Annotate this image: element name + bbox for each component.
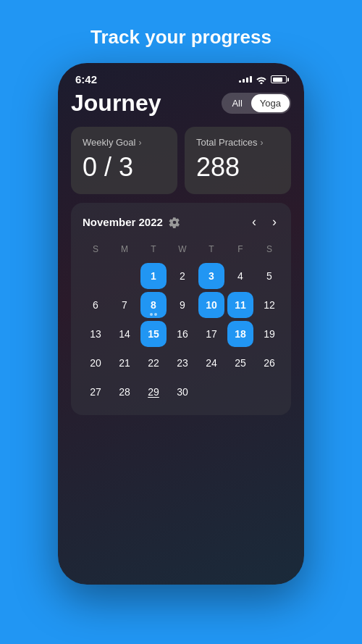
calendar-nav: ‹ › <box>249 213 279 231</box>
day-12[interactable]: 12 <box>256 292 282 318</box>
weekly-goal-label: Weekly Goal › <box>83 137 166 148</box>
weekly-goal-chevron: › <box>138 138 141 148</box>
prev-month-button[interactable]: ‹ <box>249 213 259 231</box>
status-icons <box>239 75 287 84</box>
day-header-t2: T <box>198 241 224 260</box>
day-empty-5 <box>256 379 282 405</box>
day-6[interactable]: 6 <box>83 292 109 318</box>
day-empty-1 <box>83 263 109 289</box>
wifi-icon <box>256 75 267 84</box>
calendar-month: November 2022 <box>83 216 180 228</box>
day-23[interactable]: 23 <box>169 350 195 376</box>
total-practices-value: 288 <box>196 152 279 183</box>
day-24[interactable]: 24 <box>198 350 224 376</box>
calendar-header: November 2022 ‹ › <box>83 213 279 231</box>
filter-all[interactable]: All <box>223 94 251 112</box>
page-title: Track your progress <box>90 26 272 49</box>
journey-title: Journey <box>71 90 161 117</box>
day-5[interactable]: 5 <box>256 263 282 289</box>
filter-yoga[interactable]: Yoga <box>251 94 290 112</box>
calendar-card: November 2022 ‹ › S M T W T F S <box>71 203 291 415</box>
day-empty-2 <box>111 263 138 289</box>
day-16[interactable]: 16 <box>169 321 195 347</box>
day-header-s2: S <box>256 241 282 260</box>
day-26[interactable]: 26 <box>256 350 282 376</box>
day-7[interactable]: 7 <box>111 292 138 318</box>
day-header-m: M <box>111 241 138 260</box>
status-bar: 6:42 <box>58 63 304 90</box>
total-practices-card[interactable]: Total Practices › 288 <box>185 127 291 194</box>
day-header-t1: T <box>140 241 167 260</box>
stats-row: Weekly Goal › 0 / 3 Total Practices › 28… <box>71 127 291 194</box>
signal-icon <box>239 76 252 83</box>
day-17[interactable]: 17 <box>198 321 224 347</box>
day-8[interactable]: 8 <box>140 292 167 318</box>
day-3[interactable]: 3 <box>198 263 224 289</box>
day-empty-4 <box>227 379 253 405</box>
day-20[interactable]: 20 <box>83 350 109 376</box>
journey-header: Journey All Yoga <box>71 90 291 117</box>
calendar-grid: S M T W T F S 1 2 3 4 5 6 7 8 9 10 <box>83 241 279 405</box>
day-header-w: W <box>169 241 195 260</box>
day-14[interactable]: 14 <box>111 321 138 347</box>
day-4[interactable]: 4 <box>227 263 253 289</box>
day-11[interactable]: 11 <box>227 292 253 318</box>
status-time: 6:42 <box>75 73 97 85</box>
day-header-f: F <box>227 241 253 260</box>
day-22[interactable]: 22 <box>140 350 167 376</box>
day-10[interactable]: 10 <box>198 292 224 318</box>
day-29[interactable]: 29 <box>140 379 167 405</box>
day-13[interactable]: 13 <box>83 321 109 347</box>
day-21[interactable]: 21 <box>111 350 138 376</box>
day-28[interactable]: 28 <box>111 379 138 405</box>
phone-frame: 6:42 Journey All Yoga <box>58 63 304 585</box>
weekly-goal-value: 0 / 3 <box>83 152 166 183</box>
day-15[interactable]: 15 <box>140 321 167 347</box>
day-30[interactable]: 30 <box>169 379 195 405</box>
day-19[interactable]: 19 <box>256 321 282 347</box>
next-month-button[interactable]: › <box>269 213 279 231</box>
total-practices-label: Total Practices › <box>196 137 279 148</box>
weekly-goal-card[interactable]: Weekly Goal › 0 / 3 <box>71 127 177 194</box>
day-9[interactable]: 9 <box>169 292 195 318</box>
battery-icon <box>271 75 287 83</box>
day-18[interactable]: 18 <box>227 321 253 347</box>
day-header-s1: S <box>83 241 109 260</box>
settings-icon[interactable] <box>169 217 180 228</box>
day-27[interactable]: 27 <box>83 379 109 405</box>
day-2[interactable]: 2 <box>169 263 195 289</box>
day-1[interactable]: 1 <box>140 263 167 289</box>
day-25[interactable]: 25 <box>227 350 253 376</box>
total-practices-chevron: › <box>261 138 264 148</box>
filter-toggle[interactable]: All Yoga <box>222 93 291 114</box>
day-empty-3 <box>198 379 224 405</box>
phone-content: Journey All Yoga Weekly Goal › 0 / 3 Tot… <box>58 90 304 415</box>
